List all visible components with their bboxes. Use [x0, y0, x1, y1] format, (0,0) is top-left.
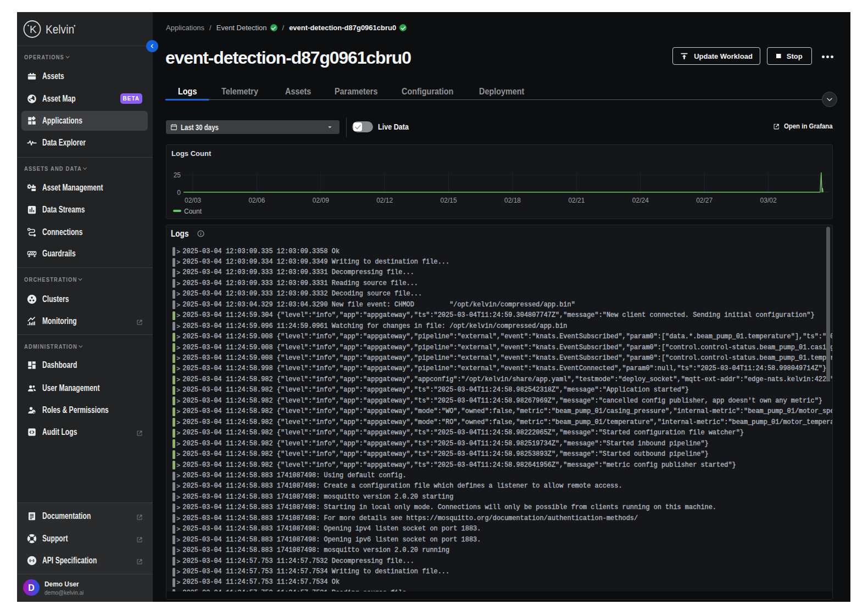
svg-text:Kelvin: Kelvin — [46, 23, 74, 36]
svg-text:K: K — [30, 24, 37, 35]
svg-text:D: D — [28, 583, 35, 592]
